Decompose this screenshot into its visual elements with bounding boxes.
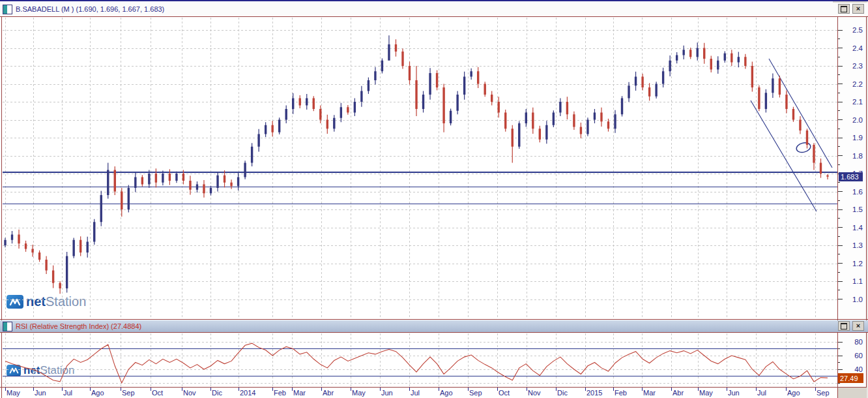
candle <box>25 241 27 252</box>
main-chart-titlebar[interactable]: B.SABADELL (M ) (1.690, 1.696, 1.667, 1.… <box>0 3 868 16</box>
candle <box>203 180 205 198</box>
rsi-panel-titlebar[interactable]: RSI (Relative Strength Index) (27.4884) … <box>0 320 868 332</box>
x-axis-label: 2014 <box>240 389 255 397</box>
maximize-icon <box>841 323 847 329</box>
x-axis-label: Abr <box>323 389 334 397</box>
candle <box>450 108 452 125</box>
rsi-indicator <box>5 343 828 383</box>
candle <box>628 82 629 102</box>
candle <box>751 61 753 91</box>
candle <box>635 72 637 91</box>
candle <box>614 110 616 133</box>
rsi-maximize-button[interactable] <box>838 321 850 331</box>
price-axis-label: 2.0 <box>852 116 863 124</box>
x-axis-label: Sep <box>122 389 135 397</box>
candle <box>121 188 123 217</box>
rsi-axis-label: 80 <box>854 338 863 346</box>
candle <box>758 85 760 112</box>
x-axis-label: Ago <box>91 389 104 397</box>
close-icon: × <box>856 323 860 329</box>
candle <box>72 237 74 258</box>
chart-window: netStation netStation 2.52.42.32.22.12.0… <box>0 0 868 398</box>
x-axis-label: Jul <box>757 389 766 397</box>
candle <box>175 172 177 183</box>
candle <box>409 61 411 84</box>
candle <box>224 170 225 187</box>
x-axis: MayJunJulAgoSepOctNovDic2014FebMarAbrMay… <box>0 388 868 398</box>
chart-plot-area[interactable]: 2.52.42.32.22.12.01.91.81.71.61.51.41.31… <box>0 1 868 398</box>
x-axis-label: May <box>699 389 713 397</box>
candle <box>38 251 40 262</box>
candle <box>114 166 116 195</box>
candle <box>717 56 719 74</box>
candle <box>415 66 417 116</box>
rsi-panel-title: RSI (Relative Strength Index) (27.4884) <box>16 322 141 330</box>
x-axis-label: Jul <box>411 389 420 397</box>
x-axis-label: Jun <box>728 389 740 397</box>
x-axis-label: Feb <box>615 389 627 397</box>
x-axis-label: Feb <box>274 389 286 397</box>
candle <box>731 50 732 66</box>
price-axis-label: 1.3 <box>852 241 863 249</box>
candle <box>641 74 643 90</box>
candle <box>107 163 109 199</box>
close-button[interactable]: × <box>852 4 864 14</box>
candle <box>354 99 356 117</box>
candle <box>66 252 68 293</box>
panel-frame <box>0 16 868 398</box>
rsi-close-button[interactable]: × <box>852 321 864 331</box>
candle <box>724 51 726 63</box>
candle <box>360 86 362 107</box>
price-axis-label: 1.5 <box>852 206 863 213</box>
candle <box>347 105 349 115</box>
last-price-badge: 1.683 <box>839 172 863 181</box>
price-axis-label: 2.2 <box>852 80 863 88</box>
candle <box>470 69 472 80</box>
candle <box>655 82 657 99</box>
maximize-icon <box>841 6 847 12</box>
candle <box>128 185 130 213</box>
candle <box>100 191 102 226</box>
price-axis-label: 2.5 <box>852 26 863 34</box>
x-axis-label: Nov <box>528 389 541 397</box>
rsi-value-badge: 27.49 <box>838 373 863 383</box>
price-axis-label: 1.1 <box>852 277 863 285</box>
x-axis-label: Mar <box>643 389 656 397</box>
candle <box>87 237 89 258</box>
x-axis-label: Abr <box>673 389 684 397</box>
candle <box>518 121 520 149</box>
candle <box>648 83 650 100</box>
candle <box>374 67 376 85</box>
candle <box>806 129 808 148</box>
candle <box>59 281 61 294</box>
candle <box>820 159 822 178</box>
x-axis-label: Dic <box>557 389 568 397</box>
candle <box>504 110 506 132</box>
x-axis-label: Sep <box>817 389 830 397</box>
x-axis-label: Dic <box>212 389 222 397</box>
candle <box>216 172 218 191</box>
x-axis-label: Mar <box>293 389 306 397</box>
candle <box>134 173 136 192</box>
candle <box>586 117 588 136</box>
candle <box>80 236 81 256</box>
x-axis-label: 2015 <box>586 389 602 397</box>
rsi-axis-label: 60 <box>854 352 863 360</box>
candle <box>141 175 143 187</box>
price-axis-label: 1.8 <box>852 152 863 160</box>
candle <box>230 179 232 189</box>
candle <box>251 143 253 166</box>
candle <box>600 108 602 127</box>
candle <box>422 91 424 113</box>
maximize-button[interactable] <box>838 4 850 14</box>
candle <box>553 110 555 127</box>
candle <box>477 67 479 88</box>
candles-series <box>4 35 828 294</box>
candle <box>244 161 246 179</box>
price-axis-label: 1.6 <box>852 188 863 196</box>
candle <box>11 231 13 243</box>
candle <box>265 122 267 137</box>
candle <box>442 84 444 132</box>
candle <box>456 91 458 115</box>
price-axis-label: 1.4 <box>852 224 863 232</box>
